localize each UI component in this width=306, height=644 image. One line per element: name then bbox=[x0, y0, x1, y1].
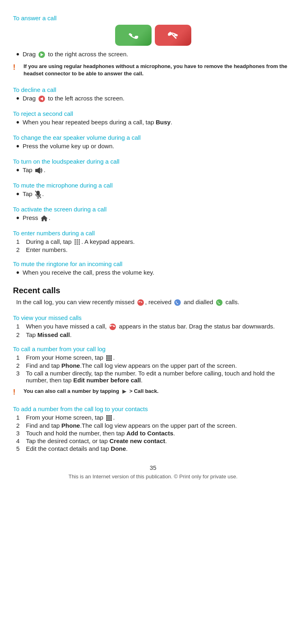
svg-point-22 bbox=[174, 299, 181, 306]
svg-point-21 bbox=[137, 299, 144, 306]
mute-mic-bullet-1: • Tap . bbox=[16, 190, 293, 198]
section-add-to-contacts: To add a number from the call log to you… bbox=[13, 405, 293, 452]
warning-icon-2: ! bbox=[13, 388, 20, 397]
grid-icon bbox=[106, 355, 112, 361]
svg-rect-18 bbox=[75, 243, 76, 245]
call-from-log-step-2: 2 Find and tap Phone.The call log view a… bbox=[16, 362, 293, 369]
activate-screen-bullet-1: • Press . bbox=[16, 214, 293, 222]
phone-answer-icon bbox=[126, 28, 141, 43]
add-contacts-step-4: 4 Tap the desired contact, or tap Create… bbox=[16, 437, 293, 444]
section-reject-second: To reject a second call • When you hear … bbox=[13, 110, 293, 127]
missed-call-icon bbox=[137, 299, 144, 306]
page-number: 35 bbox=[13, 464, 293, 471]
answer-warning: ! If you are using regular headphones wi… bbox=[13, 61, 293, 79]
section-title-view-missed: To view your missed calls bbox=[13, 314, 293, 321]
loudspeaker-bullet-1: • Tap . bbox=[16, 166, 293, 175]
view-missed-step-2: 2 Tap Missed call. bbox=[16, 331, 293, 338]
warning-icon: ! bbox=[13, 63, 20, 72]
mic-icon bbox=[35, 190, 41, 198]
enter-numbers-step-2: 2 Enter numbers. bbox=[16, 246, 293, 253]
section-title-ear-volume: To change the ear speaker volume during … bbox=[13, 134, 293, 141]
add-contacts-step-3: 3 Touch and hold the number, then tap Ad… bbox=[16, 430, 293, 437]
svg-rect-5 bbox=[35, 169, 37, 172]
decline-bullet-1: • Drag to the left across the screen. bbox=[16, 95, 293, 103]
svg-rect-40 bbox=[110, 417, 112, 419]
drag-right-icon bbox=[38, 51, 45, 58]
call-buttons-image bbox=[13, 25, 293, 46]
section-title-activate-screen: To activate the screen during a call bbox=[13, 206, 293, 213]
svg-marker-34 bbox=[122, 390, 126, 394]
section-mute-mic: To mute the microphone during a call • T… bbox=[13, 182, 293, 198]
svg-rect-30 bbox=[110, 357, 112, 359]
view-missed-step-1: 1 When you have missed a call, appears i… bbox=[16, 323, 293, 331]
svg-rect-19 bbox=[77, 243, 78, 245]
section-title-mute-mic: To mute the microphone during a call bbox=[13, 182, 293, 189]
section-loudspeaker: To turn on the loudspeaker during a call… bbox=[13, 158, 293, 175]
svg-rect-25 bbox=[106, 355, 108, 357]
add-contacts-step-5: 5 Edit the contact details and tap Done. bbox=[16, 445, 293, 452]
callback-icon bbox=[122, 389, 127, 395]
home-icon bbox=[41, 215, 48, 222]
svg-rect-29 bbox=[108, 357, 110, 359]
svg-rect-32 bbox=[108, 359, 110, 361]
svg-rect-38 bbox=[106, 417, 108, 419]
add-contacts-step-1: 1 From your Home screen, tap . bbox=[16, 414, 293, 421]
call-from-log-warning: ! You can also call a number by tapping … bbox=[13, 386, 293, 398]
svg-rect-36 bbox=[108, 415, 110, 417]
section-answer-call: To answer a call • Drag to the right acr… bbox=[13, 15, 293, 79]
svg-rect-13 bbox=[77, 239, 78, 241]
phone-decline-icon bbox=[166, 28, 180, 43]
section-title-enter-numbers: To enter numbers during a call bbox=[13, 230, 293, 237]
section-enter-numbers: To enter numbers during a call 1 During … bbox=[13, 230, 293, 253]
svg-rect-26 bbox=[108, 355, 110, 357]
svg-rect-33 bbox=[110, 359, 112, 361]
decline-button-image bbox=[155, 25, 191, 46]
section-title-answer-call: To answer a call bbox=[13, 15, 293, 21]
svg-rect-16 bbox=[77, 241, 78, 243]
svg-rect-12 bbox=[75, 239, 76, 241]
svg-point-23 bbox=[216, 299, 223, 306]
received-call-icon bbox=[174, 299, 181, 306]
mute-ringtone-bullet-1: • When you receive the call, press the v… bbox=[16, 269, 293, 277]
svg-rect-39 bbox=[108, 417, 110, 419]
svg-rect-31 bbox=[106, 359, 108, 361]
svg-rect-42 bbox=[108, 419, 110, 421]
section-recent-calls: Recent calls In the call log, you can vi… bbox=[13, 286, 293, 452]
grid-icon-2 bbox=[106, 415, 112, 421]
section-title-call-from-log: To call a number from your call log bbox=[13, 345, 293, 352]
add-contacts-step-2: 2 Find and tap Phone.The call log view a… bbox=[16, 422, 293, 429]
answer-button-image bbox=[115, 25, 152, 46]
section-mute-ringtone: To mute the ringtone for an incoming cal… bbox=[13, 260, 293, 277]
section-title-mute-ringtone: To mute the ringtone for an incoming cal… bbox=[13, 260, 293, 267]
svg-rect-35 bbox=[106, 415, 108, 417]
recent-calls-intro: In the call log, you can view recently m… bbox=[16, 298, 293, 307]
section-title-reject-second: To reject a second call bbox=[13, 110, 293, 117]
call-from-log-step-1: 1 From your Home screen, tap . bbox=[16, 354, 293, 361]
svg-rect-28 bbox=[106, 357, 108, 359]
ear-volume-bullet-1: • Press the volume key up or down. bbox=[16, 143, 293, 151]
enter-numbers-step-1: 1 During a call, tap . A keypad appears. bbox=[16, 238, 293, 245]
svg-rect-41 bbox=[106, 419, 108, 421]
section-call-from-log: To call a number from your call log 1 Fr… bbox=[13, 345, 293, 398]
recent-calls-heading: Recent calls bbox=[13, 286, 293, 295]
svg-rect-37 bbox=[110, 415, 112, 417]
section-view-missed: To view your missed calls 1 When you hav… bbox=[13, 314, 293, 338]
section-ear-volume: To change the ear speaker volume during … bbox=[13, 134, 293, 151]
svg-marker-6 bbox=[37, 167, 40, 174]
section-decline-call: To decline a call • Drag to the left acr… bbox=[13, 86, 293, 103]
section-title-add-to-contacts: To add a number from the call log to you… bbox=[13, 405, 293, 412]
svg-rect-14 bbox=[79, 239, 80, 241]
svg-rect-27 bbox=[110, 355, 112, 357]
svg-point-24 bbox=[109, 324, 116, 330]
missed-status-icon bbox=[109, 323, 116, 331]
call-from-log-step-3: 3 To call a number directly, tap the num… bbox=[16, 370, 293, 384]
section-title-decline: To decline a call bbox=[13, 86, 293, 93]
drag-left-icon bbox=[38, 95, 45, 102]
dialled-call-icon bbox=[216, 299, 223, 306]
speaker-icon bbox=[35, 167, 43, 174]
answer-bullet-1: • Drag to the right across the screen. bbox=[16, 51, 293, 59]
svg-rect-15 bbox=[75, 241, 76, 243]
keypad-icon bbox=[74, 239, 81, 245]
svg-rect-17 bbox=[79, 241, 80, 243]
section-title-loudspeaker: To turn on the loudspeaker during a call bbox=[13, 158, 293, 165]
